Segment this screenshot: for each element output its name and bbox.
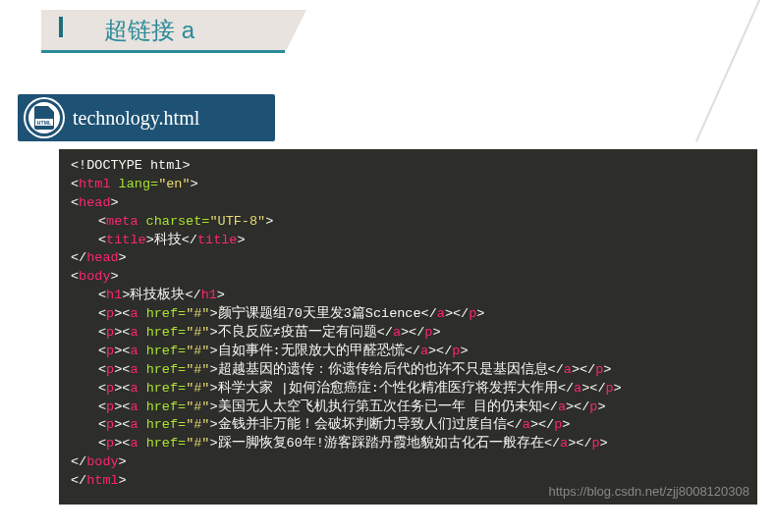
code-line: <p><a href="#">不良反应≠疫苗一定有问题</a></p> bbox=[71, 324, 746, 343]
code-line: <!DOCTYPE html> bbox=[71, 157, 746, 176]
code-line: <p><a href="#">超越基因的遗传：你遗传给后代的也许不只是基因信息<… bbox=[71, 361, 746, 380]
code-line: <p><a href="#">科学大家 |如何治愈癌症:个性化精准医疗将发挥大作… bbox=[71, 380, 746, 399]
code-line: <meta charset="UTF-8"> bbox=[71, 213, 746, 232]
code-line: <html lang="en"> bbox=[71, 176, 746, 194]
file-banner: HTML technology.html bbox=[18, 94, 275, 141]
html-file-icon: HTML bbox=[26, 99, 63, 136]
code-line: <head> bbox=[71, 194, 746, 213]
title-shape: 超链接 a bbox=[41, 10, 285, 53]
code-line: </head> bbox=[71, 249, 746, 268]
code-line: <p><a href="#">颜宁课题组70天里发3篇Science</a></… bbox=[71, 305, 746, 324]
code-block: <!DOCTYPE html> <html lang="en"> <head> … bbox=[59, 149, 757, 505]
code-line: <p><a href="#">金钱并非万能！会破坏判断力导致人们过度自信</a>… bbox=[71, 416, 746, 435]
code-line: <p><a href="#">自如事件:无限放大的甲醛恐慌</a></p> bbox=[71, 343, 746, 361]
html-icon-label: HTML bbox=[35, 119, 53, 126]
code-line: <body> bbox=[71, 268, 746, 287]
file-name: technology.html bbox=[73, 107, 199, 130]
code-line: <title>科技</title> bbox=[71, 232, 746, 250]
code-line: <p><a href="#">踩一脚恢复60年!游客踩踏丹霞地貌如古化石一般存在… bbox=[71, 435, 746, 453]
section-title-banner: 超链接 a bbox=[41, 10, 775, 65]
code-line: <h1>科技板块</h1> bbox=[71, 287, 746, 305]
section-title: 超链接 a bbox=[104, 15, 194, 46]
laptop-icon bbox=[59, 19, 90, 42]
code-line: <p><a href="#">美国无人太空飞机执行第五次任务已一年 目的仍未知<… bbox=[71, 399, 746, 417]
code-line: </body> bbox=[71, 453, 746, 472]
watermark: https://blog.csdn.net/zjj8008120308 bbox=[548, 483, 749, 501]
